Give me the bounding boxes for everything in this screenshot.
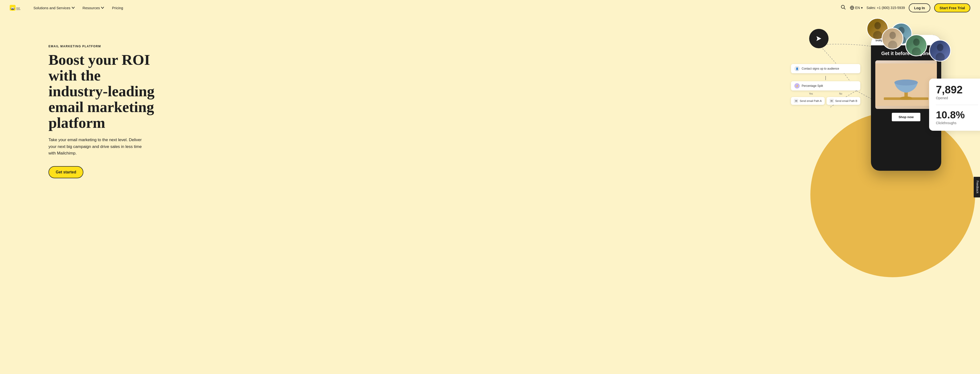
search-icon[interactable] [841,5,846,11]
language-selector[interactable]: EN ▾ [850,6,862,10]
navigation: intuit mailchimp Solutions and Services … [0,0,980,16]
avatar [929,40,951,62]
svg-point-6 [13,8,13,8]
start-free-trial-button[interactable]: Start Free Trial [934,3,970,12]
workflow-node-signup: 👤 Contact signs up to audience [791,64,860,73]
nav-resources[interactable]: Resources [79,4,108,12]
contact-icon: 👤 [794,66,800,71]
opened-number: 7,892 [936,85,978,95]
globe-icon [850,6,854,10]
person-silhouette [909,37,924,56]
opened-label: Opened [936,96,978,100]
ctr-label: Clickthroughs [936,121,978,125]
svg-point-13 [874,22,881,29]
svg-point-17 [889,32,896,39]
workflow-path-row: ✉ Send email Path A ✉ Send email Path B [791,97,860,105]
svg-point-22 [935,53,945,61]
envelope-icon: ✉ [794,99,798,103]
workflow-connector: | [791,75,860,80]
person-silhouette [885,30,900,49]
nav-pricing[interactable]: Pricing [108,4,127,12]
svg-text:intuit: intuit [16,7,20,9]
logo[interactable]: intuit mailchimp [10,2,21,13]
avatar [905,34,927,56]
send-icon-circle [809,29,829,48]
hero-text-block: EMAIL MARKETING PLATFORM Boost your ROI … [48,25,160,178]
split-labels: Yes No [791,93,860,95]
svg-point-21 [937,44,943,51]
chevron-down-icon [101,6,104,10]
workflow-diagram: 👤 Contact signs up to audience | ⚡ Perce… [791,64,860,105]
envelope-icon: ✉ [829,99,834,103]
nav-right-actions: EN ▾ Sales: +1 (800) 315-5939 Log In Sta… [841,3,970,12]
workflow-node-split: ⚡ Percentage Split [791,81,860,91]
avatar [881,28,904,50]
feedback-tab[interactable]: Feedback [974,177,980,197]
ctr-number: 10.8% [936,110,978,120]
hero-visual: 👤 Contact signs up to audience | ⚡ Perce… [772,16,980,374]
nav-links: Solutions and Services Resources Pricing [30,4,841,12]
send-icon [815,34,823,43]
chevron-down-icon [72,6,75,10]
mailchimp-logo-icon: intuit mailchimp [10,2,21,13]
stats-divider [936,105,978,105]
hero-section: EMAIL MARKETING PLATFORM Boost your ROI … [0,16,980,374]
svg-point-2 [11,7,14,10]
shop-now-button[interactable]: Shop now [892,113,920,121]
svg-point-26 [900,96,913,100]
hero-subtext: Take your email marketing to the next le… [48,137,145,157]
svg-text:mailchimp: mailchimp [16,9,21,10]
lamp-illustration [875,61,937,109]
svg-point-28 [894,80,918,86]
product-image [875,61,937,109]
person-silhouette [932,42,948,61]
split-icon: ⚡ [794,83,800,88]
avatar-group-2 [881,28,951,62]
nav-solutions[interactable]: Solutions and Services [30,4,78,12]
svg-point-14 [873,31,882,39]
svg-point-5 [12,8,12,8]
get-started-button[interactable]: Get started [48,166,83,178]
stats-card: 7,892 Opened 10.8% Clickthroughs [929,78,980,131]
workflow-node-path-b: ✉ Send email Path B [827,97,860,105]
svg-point-20 [912,48,921,56]
hero-heading: Boost your ROI with the industry-leading… [48,52,160,131]
workflow-node-path-a: ✉ Send email Path A [791,97,825,105]
login-button[interactable]: Log In [909,3,930,12]
hero-eyebrow: EMAIL MARKETING PLATFORM [48,45,160,48]
svg-point-18 [888,41,897,49]
svg-point-19 [913,38,920,46]
sales-phone: Sales: +1 (800) 315-5939 [867,6,905,10]
